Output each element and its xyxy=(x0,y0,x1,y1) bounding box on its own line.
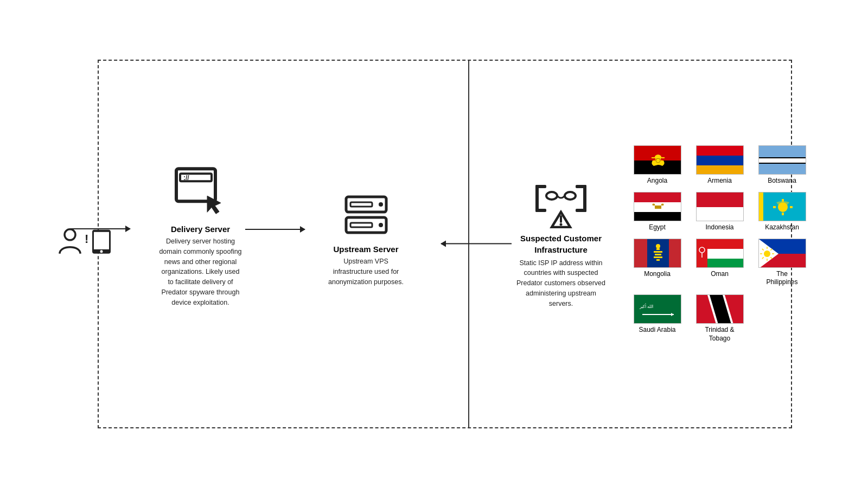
flag-item-mongolia: Mongolia xyxy=(629,239,686,278)
svg-rect-16 xyxy=(535,209,546,212)
upstream-server-icon xyxy=(342,191,391,240)
svg-point-21 xyxy=(565,192,576,200)
svg-point-65 xyxy=(764,251,770,257)
armenia-flag xyxy=(696,145,744,175)
svg-rect-2 xyxy=(94,232,109,249)
svg-rect-42 xyxy=(759,192,763,221)
svg-rect-53 xyxy=(655,254,661,255)
svg-point-9 xyxy=(379,202,383,207)
oman-label: Oman xyxy=(711,270,729,278)
svg-rect-35 xyxy=(634,192,681,202)
person-icon xyxy=(59,228,81,256)
svg-rect-55 xyxy=(656,259,660,261)
flag-item-kazakhstan: Kazakhstan xyxy=(754,192,810,231)
svg-rect-10 xyxy=(350,202,372,207)
indonesia-label: Indonesia xyxy=(705,223,733,231)
flag-item-egypt: Egypt xyxy=(629,192,686,231)
saudi-arabia-flag: الله أكبر xyxy=(634,294,681,324)
indonesia-flag xyxy=(696,192,744,221)
upstream-server-node: Upstream Server Upstream VPS infrastruct… xyxy=(327,191,405,287)
mongolia-label: Mongolia xyxy=(644,270,671,278)
mongolia-flag xyxy=(634,239,681,268)
flag-item-angola: Angola xyxy=(629,145,686,184)
svg-rect-14 xyxy=(535,185,539,212)
delivery-server-title: Delivery Server xyxy=(171,224,230,234)
left-panel: :// Delivery Server Delivery server host… xyxy=(99,61,469,427)
suspected-customer-title: Suspected Customer Infrastructure xyxy=(515,233,607,255)
armenia-label: Armenia xyxy=(707,177,732,184)
svg-rect-31 xyxy=(697,165,744,175)
right-panel: Suspected Customer Infrastructure Static… xyxy=(469,61,791,427)
egypt-flag xyxy=(634,192,681,221)
svg-rect-46 xyxy=(773,206,776,208)
svg-rect-19 xyxy=(576,209,586,212)
exclamation-icon: ! xyxy=(85,232,88,246)
egypt-label: Egypt xyxy=(649,223,666,231)
svg-rect-74 xyxy=(634,295,681,324)
saudi-arabia-label: Saudi Arabia xyxy=(639,326,675,333)
svg-point-3 xyxy=(100,250,103,253)
upstream-to-customer-arrow xyxy=(441,243,512,244)
flag-item-oman: Oman xyxy=(691,239,748,278)
delivery-server-icon: :// xyxy=(174,166,228,220)
svg-rect-51 xyxy=(656,248,660,250)
upstream-server-desc: Upstream VPS infrastructure used for ano… xyxy=(327,256,405,287)
svg-rect-38 xyxy=(655,206,661,209)
kazakhstan-label: Kazakhstan xyxy=(765,223,799,231)
delivery-server-desc: Delivery server hosting domain commonly … xyxy=(158,236,242,307)
svg-point-50 xyxy=(656,244,660,248)
philippines-flag xyxy=(758,239,806,268)
philippines-label: ThePhilippines xyxy=(766,270,797,287)
oman-flag xyxy=(696,239,744,268)
svg-point-12 xyxy=(379,223,383,227)
user-icon-group: ! xyxy=(59,228,111,256)
suspected-customer-icon xyxy=(531,179,591,228)
trinidad-label: Trinidad &Tobago xyxy=(705,326,734,343)
flag-item-philippines: ThePhilippines xyxy=(754,239,810,287)
svg-rect-40 xyxy=(697,207,744,221)
svg-rect-45 xyxy=(782,213,784,215)
svg-rect-49 xyxy=(647,239,669,268)
svg-text:://: :// xyxy=(183,174,189,182)
svg-rect-29 xyxy=(697,146,744,156)
svg-point-20 xyxy=(546,192,557,200)
svg-rect-37 xyxy=(634,212,681,221)
botswana-label: Botswana xyxy=(768,177,796,184)
svg-rect-30 xyxy=(697,156,744,165)
svg-rect-13 xyxy=(350,223,372,227)
suspected-customer-desc: Static ISP IP address within countries w… xyxy=(515,258,607,309)
svg-point-24 xyxy=(560,223,563,226)
tablet-icon xyxy=(92,229,111,254)
delivery-server-node: :// Delivery Server Delivery server host… xyxy=(158,166,242,307)
flag-item-armenia: Armenia xyxy=(691,145,748,184)
main-diagram-box: :// Delivery Server Delivery server host… xyxy=(98,60,792,428)
flags-grid: Angola Armenia xyxy=(629,145,810,343)
trinidad-flag xyxy=(696,294,744,324)
svg-point-0 xyxy=(65,229,75,240)
flag-item-botswana: Botswana xyxy=(754,145,810,184)
svg-rect-15 xyxy=(535,185,546,188)
flag-item-trinidad: Trinidad &Tobago xyxy=(691,294,748,343)
angola-label: Angola xyxy=(647,177,667,184)
svg-rect-47 xyxy=(790,206,793,208)
svg-rect-39 xyxy=(697,192,744,207)
svg-rect-54 xyxy=(654,256,662,258)
flag-item-indonesia: Indonesia xyxy=(691,192,748,231)
flag-item-saudi-arabia: الله أكبر Saudi Arabia xyxy=(629,294,686,333)
delivery-to-upstream-arrow xyxy=(245,229,305,230)
upstream-server-title: Upstream Server xyxy=(333,245,398,254)
kazakhstan-flag xyxy=(758,192,806,221)
botswana-flag xyxy=(758,145,806,175)
svg-rect-17 xyxy=(583,185,586,212)
svg-rect-34 xyxy=(759,158,806,163)
svg-rect-52 xyxy=(654,251,662,253)
suspected-customer-node: Suspected Customer Infrastructure Static… xyxy=(515,179,607,309)
diagram-wrapper: ! :// xyxy=(0,0,868,488)
angola-flag xyxy=(634,145,681,175)
svg-rect-18 xyxy=(576,185,586,188)
svg-text:الله أكبر: الله أكبر xyxy=(639,303,653,309)
